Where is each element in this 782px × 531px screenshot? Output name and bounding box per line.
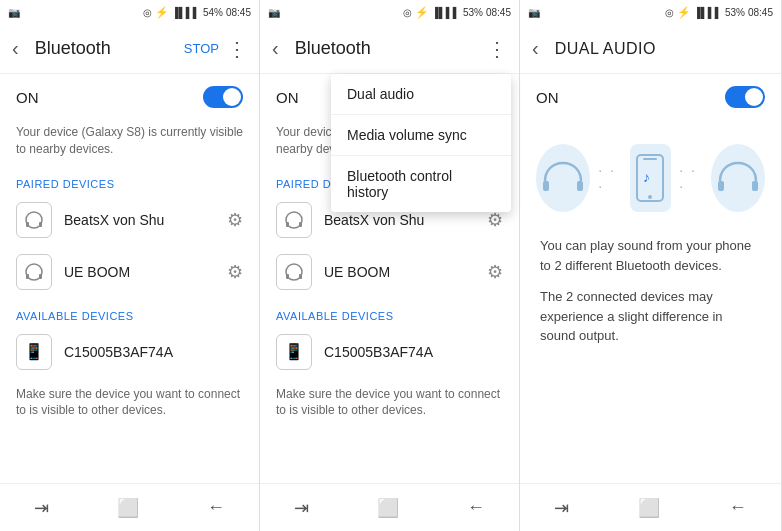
notification-icon: 📷 — [8, 7, 20, 18]
status-bar-1: 📷 ◎ ⚡ ▐▌▌▌ 54% 08:45 — [0, 0, 259, 24]
avail-icon-1: 📱 — [16, 334, 52, 370]
svg-rect-4 — [26, 274, 29, 279]
settings-icon-ueboom-2[interactable]: ⚙ — [487, 261, 503, 283]
dots-left: · · · — [598, 162, 622, 194]
dual-header: ‹ DUAL AUDIO — [520, 24, 781, 74]
status-right-3: ◎ ⚡ ▐▌▌▌ 53% 08:45 — [665, 6, 773, 19]
bluetooth-toggle-1[interactable] — [203, 86, 243, 108]
dropdown-item-dual-audio[interactable]: Dual audio — [331, 74, 511, 115]
svg-rect-15 — [643, 158, 657, 160]
paired-label-1: PAIRED DEVICES — [0, 170, 259, 194]
device-icon-ueboom-2 — [276, 254, 312, 290]
battery-percent-2: 53% — [463, 7, 483, 18]
signal-bars-2: ▐▌▌▌ — [432, 7, 460, 18]
stop-button[interactable]: STOP — [184, 41, 219, 56]
home-icon-3[interactable]: ⬜ — [638, 497, 660, 519]
headphone-svg-ue-2 — [282, 262, 306, 282]
status-right-2: ◎ ⚡ ▐▌▌▌ 53% 08:45 — [403, 6, 511, 19]
header-1: ‹ Bluetooth STOP ⋮ — [0, 24, 259, 74]
content-1: ON Your device (Galaxy S8) is currently … — [0, 74, 259, 483]
dropdown-item-media-volume[interactable]: Media volume sync — [331, 115, 511, 156]
time-display-2: 08:45 — [486, 7, 511, 18]
panel-3: 📷 ◎ ⚡ ▐▌▌▌ 53% 08:45 ‹ DUAL AUDIO ON — [520, 0, 782, 531]
back-nav-icon-1[interactable]: ← — [207, 497, 225, 518]
settings-icon-beatsx-1[interactable]: ⚙ — [227, 209, 243, 231]
svg-rect-1 — [26, 222, 29, 227]
page-title-1: Bluetooth — [35, 38, 184, 59]
page-title-2: Bluetooth — [295, 38, 487, 59]
status-bar-3: 📷 ◎ ⚡ ▐▌▌▌ 53% 08:45 — [520, 0, 781, 24]
on-label-1: ON — [16, 89, 39, 106]
on-row-3: ON — [520, 74, 781, 120]
on-label-3: ON — [536, 89, 559, 106]
available-label-1: AVAILABLE DEVICES — [0, 298, 259, 326]
recents-icon-2[interactable]: ⇥ — [294, 497, 309, 519]
dual-title: DUAL AUDIO — [555, 40, 769, 58]
svg-rect-12 — [543, 181, 549, 191]
status-left-3: 📷 — [528, 7, 540, 18]
recents-icon-1[interactable]: ⇥ — [34, 497, 49, 519]
battery-percent: 54% — [203, 7, 223, 18]
home-icon-1[interactable]: ⬜ — [117, 497, 139, 519]
settings-icon-ueboom-1[interactable]: ⚙ — [227, 261, 243, 283]
dots-right: · · · — [679, 162, 703, 194]
svg-rect-11 — [299, 274, 302, 279]
device-name-beatsx-1: BeatsX von Shu — [64, 212, 215, 228]
bluetooth-icon-2: ⚡ — [415, 6, 429, 19]
svg-rect-7 — [286, 222, 289, 227]
avail-device-name-2: C15005B3AF74A — [324, 344, 503, 360]
device-row-ueboom-1: UE BOOM ⚙ — [0, 246, 259, 298]
panel-1: 📷 ◎ ⚡ ▐▌▌▌ 54% 08:45 ‹ Bluetooth STOP ⋮ … — [0, 0, 260, 531]
headphone-svg-1 — [22, 210, 46, 230]
bottom-nav-2: ⇥ ⬜ ← — [260, 483, 519, 531]
svg-rect-5 — [39, 274, 42, 279]
desc-text-1: You can play sound from your phone to 2 … — [520, 236, 781, 287]
on-row-1: ON — [0, 74, 259, 120]
device-row-ueboom-2: UE BOOM ⚙ — [260, 246, 519, 298]
battery-percent-3: 53% — [725, 7, 745, 18]
home-icon-2[interactable]: ⬜ — [377, 497, 399, 519]
avail-device-row-1[interactable]: 📱 C15005B3AF74A — [0, 326, 259, 378]
more-options-icon-2[interactable]: ⋮ — [487, 37, 507, 61]
bottom-nav-1: ⇥ ⬜ ← — [0, 483, 259, 531]
desc-text-2: The 2 connected devices may experience a… — [520, 287, 781, 346]
svg-rect-13 — [577, 181, 583, 191]
device-icon-beatsx-2 — [276, 202, 312, 238]
back-button-2[interactable]: ‹ — [272, 37, 279, 60]
avail-icon-2: 📱 — [276, 334, 312, 370]
device-name-ueboom-2: UE BOOM — [324, 264, 475, 280]
device-row-beatsx-1: BeatsX von Shu ⚙ — [0, 194, 259, 246]
notification-icon-2: 📷 — [268, 7, 280, 18]
headphone-svg-ue-1 — [22, 262, 46, 282]
bottom-nav-3: ⇥ ⬜ ← — [520, 483, 781, 531]
phone-icon-1: 📱 — [24, 342, 44, 361]
svg-rect-8 — [299, 222, 302, 227]
signal-bars: ▐▌▌▌ — [172, 7, 200, 18]
status-bar-2: 📷 ◎ ⚡ ▐▌▌▌ 53% 08:45 — [260, 0, 519, 24]
visible-text-1: Your device (Galaxy S8) is currently vis… — [0, 120, 259, 170]
avail-device-row-2[interactable]: 📱 C15005B3AF74A — [260, 326, 519, 378]
dropdown-item-bt-history[interactable]: Bluetooth control history — [331, 156, 511, 212]
back-nav-icon-3[interactable]: ← — [729, 497, 747, 518]
headphone-right-circle — [711, 144, 765, 212]
dual-audio-toggle[interactable] — [725, 86, 765, 108]
status-left-1: 📷 — [8, 7, 20, 18]
location-icon-2: ◎ — [403, 7, 412, 18]
svg-point-16 — [648, 195, 652, 199]
notification-icon-3: 📷 — [528, 7, 540, 18]
back-button-3[interactable]: ‹ — [532, 37, 539, 60]
content-3: ON · · · ♪ — [520, 74, 781, 483]
svg-text:♪: ♪ — [643, 169, 650, 185]
svg-rect-2 — [39, 222, 42, 227]
back-button-1[interactable]: ‹ — [12, 37, 19, 60]
bluetooth-icon-3: ⚡ — [677, 6, 691, 19]
make-sure-text-2: Make sure the device you want to connect… — [260, 378, 519, 428]
dropdown-menu: Dual audio Media volume sync Bluetooth c… — [331, 74, 511, 212]
more-options-icon[interactable]: ⋮ — [227, 37, 247, 61]
back-nav-icon-2[interactable]: ← — [467, 497, 485, 518]
svg-rect-14 — [637, 155, 663, 201]
location-icon-3: ◎ — [665, 7, 674, 18]
signal-bars-3: ▐▌▌▌ — [694, 7, 722, 18]
recents-icon-3[interactable]: ⇥ — [554, 497, 569, 519]
svg-rect-19 — [752, 181, 758, 191]
